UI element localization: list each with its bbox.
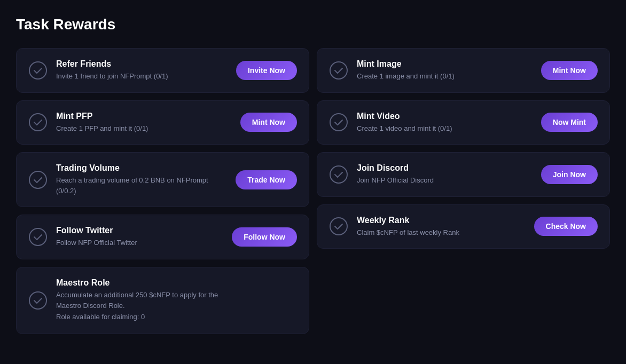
svg-point-2	[29, 171, 46, 188]
task-title-refer-friends: Refer Friends	[56, 59, 228, 69]
task-title-mint-image: Mint Image	[357, 59, 533, 69]
task-info-mint-pfp: Mint PFP Create 1 PFP and mint it (0/1)	[56, 112, 232, 134]
mint-video-button[interactable]: Now Mint	[541, 113, 598, 132]
task-desc-refer-friends: Invite 1 friend to join NFPrompt (0/1)	[56, 71, 228, 82]
check-icon-mint-video	[329, 113, 348, 132]
svg-point-3	[29, 228, 46, 246]
check-now-button[interactable]: Check Now	[534, 217, 598, 236]
task-info-mint-image: Mint Image Create 1 image and mint it (0…	[357, 59, 533, 82]
invite-now-button[interactable]: Invite Now	[236, 61, 297, 80]
page-title: Task Rewards	[16, 16, 610, 33]
task-desc-follow-twitter: Follow NFP Official Twitter	[56, 238, 223, 248]
task-info-mint-video: Mint Video Create 1 video and mint it (0…	[357, 112, 533, 134]
task-info-weekly-rank: Weekly Rank Claim $cNFP of last weekly R…	[357, 216, 526, 238]
task-info-follow-twitter: Follow Twitter Follow NFP Official Twitt…	[56, 226, 223, 248]
left-column: Refer Friends Invite 1 friend to join NF…	[16, 48, 309, 259]
check-icon-weekly-rank	[329, 217, 348, 236]
task-card-follow-twitter: Follow Twitter Follow NFP Official Twitt…	[16, 215, 309, 259]
task-card-mint-video: Mint Video Create 1 video and mint it (0…	[317, 100, 610, 145]
check-icon-follow-twitter	[28, 227, 48, 247]
svg-point-6	[330, 166, 347, 183]
task-title-mint-video: Mint Video	[357, 112, 533, 121]
svg-point-0	[29, 62, 46, 79]
task-card-join-discord: Join Discord Join NFP Official Discord J…	[317, 152, 610, 197]
task-info-join-discord: Join Discord Join NFP Official Discord	[357, 163, 533, 186]
task-info-refer-friends: Refer Friends Invite 1 friend to join NF…	[56, 59, 228, 82]
check-icon-maestro-role	[28, 291, 48, 310]
task-title-mint-pfp: Mint PFP	[56, 112, 232, 121]
task-card-refer-friends: Refer Friends Invite 1 friend to join NF…	[16, 48, 309, 93]
task-title-maestro-role: Maestro Role	[56, 278, 297, 288]
check-icon-mint-pfp	[28, 113, 48, 132]
trade-now-button[interactable]: Trade Now	[236, 170, 297, 189]
task-desc-weekly-rank: Claim $cNFP of last weekly Rank	[357, 227, 526, 238]
svg-point-7	[330, 218, 347, 235]
task-title-weekly-rank: Weekly Rank	[357, 216, 526, 225]
task-info-maestro-role: Maestro Role Accumulate an additional 25…	[56, 278, 297, 323]
task-card-mint-image: Mint Image Create 1 image and mint it (0…	[317, 48, 610, 93]
task-info-trading-volume: Trading Volume Reach a trading volume of…	[56, 163, 227, 196]
svg-point-4	[330, 62, 347, 79]
task-title-follow-twitter: Follow Twitter	[56, 226, 223, 235]
task-card-mint-pfp: Mint PFP Create 1 PFP and mint it (0/1) …	[16, 100, 309, 145]
task-title-trading-volume: Trading Volume	[56, 163, 227, 173]
task-desc-mint-image: Create 1 image and mint it (0/1)	[357, 71, 533, 82]
task-card-trading-volume: Trading Volume Reach a trading volume of…	[16, 152, 309, 207]
tasks-grid: Refer Friends Invite 1 friend to join NF…	[16, 48, 610, 259]
svg-point-8	[29, 292, 46, 309]
svg-point-5	[330, 114, 347, 131]
task-desc-mint-video: Create 1 video and mint it (0/1)	[357, 123, 533, 134]
task-desc-mint-pfp: Create 1 PFP and mint it (0/1)	[56, 123, 232, 134]
mint-pfp-button[interactable]: Mint Now	[240, 113, 297, 132]
right-column: Mint Image Create 1 image and mint it (0…	[317, 48, 610, 259]
task-desc-trading-volume: Reach a trading volume of 0.2 BNB on NFP…	[56, 175, 227, 196]
join-now-button[interactable]: Join Now	[541, 165, 598, 184]
task-title-join-discord: Join Discord	[357, 163, 533, 173]
task-card-weekly-rank: Weekly Rank Claim $cNFP of last weekly R…	[317, 204, 610, 249]
task-card-maestro-role: Maestro Role Accumulate an additional 25…	[16, 267, 309, 334]
check-icon-mint-image	[329, 61, 348, 80]
mint-image-button[interactable]: Mint Now	[541, 61, 598, 80]
svg-point-1	[29, 114, 46, 131]
task-desc-maestro-role: Accumulate an additional 250 $cNFP to ap…	[56, 290, 297, 323]
follow-now-button[interactable]: Follow Now	[232, 227, 297, 247]
task-desc-join-discord: Join NFP Official Discord	[357, 175, 533, 186]
check-icon-trading-volume	[28, 170, 48, 189]
check-icon-refer-friends	[28, 61, 48, 80]
check-icon-join-discord	[329, 165, 348, 184]
